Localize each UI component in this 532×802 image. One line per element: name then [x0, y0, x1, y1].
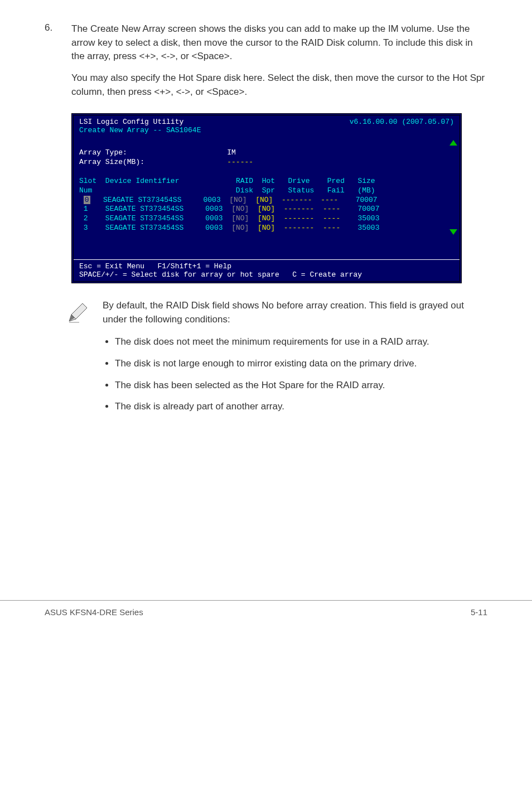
cell-dev: SEAGATE ST373454SS	[103, 196, 181, 204]
table-row[interactable]: 0 SEAGATE ST373454SS 0003 [NO] [NO] ----…	[79, 196, 378, 204]
list-item: The disk has been selected as the Hot Sp…	[115, 379, 476, 393]
footer-left: ASUS KFSN4-DRE Series	[45, 607, 143, 617]
scroll-up-icon[interactable]	[449, 140, 457, 146]
cell-drive: -------	[284, 205, 315, 213]
cell-raid[interactable]: [NO]	[231, 205, 249, 213]
hdr-mb: (MB)	[357, 186, 375, 195]
hdr-spr: Spr	[262, 186, 275, 195]
step-para-2: You may also specify the Hot Spare disk …	[71, 71, 487, 99]
hdr-status: Status	[288, 186, 315, 195]
terminal-subtitle: Create New Array -- SAS1064E	[74, 126, 460, 137]
hdr-raid: RAID	[236, 177, 253, 185]
cell-raid[interactable]: [NO]	[231, 214, 249, 223]
note-intro: By default, the RAID Disk field shows No…	[103, 299, 476, 326]
cell-dev: SEAGATE ST373454SS	[105, 214, 183, 223]
hdr-slot: Slot	[79, 177, 96, 185]
value-array-size: ------	[227, 158, 253, 166]
cell-pred: ----	[323, 224, 340, 232]
hdr-dev: Device Identifier	[105, 177, 180, 185]
hdr-drive: Drive	[288, 177, 310, 185]
cell-pred: ----	[323, 205, 340, 213]
scroll-down-icon[interactable]	[449, 229, 457, 235]
step-body: The Create New Array screen shows the di…	[71, 22, 487, 107]
cell-size: 35003	[357, 214, 379, 223]
cell-size: 70007	[356, 196, 378, 204]
cell-hot[interactable]: [NO]	[258, 205, 275, 213]
cell-drive: -------	[284, 224, 315, 232]
value-array-type[interactable]: IM	[227, 148, 236, 157]
cell-rev: 0003	[203, 196, 220, 204]
cell-size: 70007	[357, 205, 379, 213]
hdr-pred: Pred	[327, 177, 345, 185]
cell-slot: 1	[84, 205, 88, 213]
cell-slot: 0	[84, 196, 90, 204]
pencil-icon	[67, 299, 89, 422]
cell-hot[interactable]: [NO]	[258, 214, 275, 223]
hdr-size: Size	[357, 177, 375, 185]
cell-dev: SEAGATE ST373454SS	[105, 224, 183, 232]
footer-right: 5-11	[471, 607, 487, 617]
cell-hot[interactable]: [NO]	[258, 224, 275, 232]
table-row[interactable]: 1 SEAGATE ST373454SS 0003 [NO] [NO] ----…	[79, 205, 379, 213]
cell-rev: 0003	[205, 205, 223, 213]
table-row[interactable]: 2 SEAGATE ST373454SS 0003 [NO] [NO] ----…	[79, 214, 379, 223]
cell-drive: -------	[282, 196, 312, 204]
footer-line-1: Esc = Exit Menu F1/Shift+1 = Help	[79, 262, 231, 270]
hdr-num: Num	[79, 186, 92, 195]
cell-raid[interactable]: [NO]	[231, 224, 249, 232]
cell-rev: 0003	[205, 214, 223, 223]
cell-pred: ----	[323, 214, 340, 223]
cell-rev: 0003	[205, 224, 223, 232]
list-item: The disk does not meet the minimum requi…	[115, 335, 476, 349]
terminal-version: v6.16.00.00 (2007.05.07)	[350, 118, 454, 126]
list-item: The disk is not large enough to mirror e…	[115, 357, 476, 371]
label-array-size: Array Size(MB):	[79, 158, 144, 166]
cell-dev: SEAGATE ST373454SS	[105, 205, 183, 213]
cell-slot: 3	[84, 224, 88, 232]
terminal-main[interactable]: Array Type: IM Array Size(MB): ------ Sl…	[74, 137, 449, 259]
terminal-footer: Esc = Exit Menu F1/Shift+1 = Help SPACE/…	[74, 259, 460, 281]
cell-drive: -------	[284, 214, 315, 223]
cell-hot[interactable]: [NO]	[255, 196, 273, 204]
terminal-title: LSI Logic Config Utility	[79, 118, 183, 126]
cell-size: 35003	[357, 224, 379, 232]
list-item: The disk is already part of another arra…	[115, 400, 476, 414]
cell-slot: 2	[84, 214, 88, 223]
hdr-hot: Hot	[262, 177, 275, 185]
step-para-1: The Create New Array screen shows the di…	[71, 22, 487, 64]
step-number: 6.	[45, 22, 58, 107]
hdr-fail: Fail	[327, 186, 345, 195]
cell-pred: ----	[321, 196, 338, 204]
hdr-disk: Disk	[236, 186, 253, 195]
cell-raid[interactable]: [NO]	[229, 196, 246, 204]
bios-terminal[interactable]: LSI Logic Config Utilityv6.16.00.00 (200…	[71, 113, 462, 283]
table-row[interactable]: 3 SEAGATE ST373454SS 0003 [NO] [NO] ----…	[79, 224, 379, 232]
footer-line-2: SPACE/+/- = Select disk for array or hot…	[79, 270, 362, 279]
label-array-type: Array Type:	[79, 148, 127, 157]
